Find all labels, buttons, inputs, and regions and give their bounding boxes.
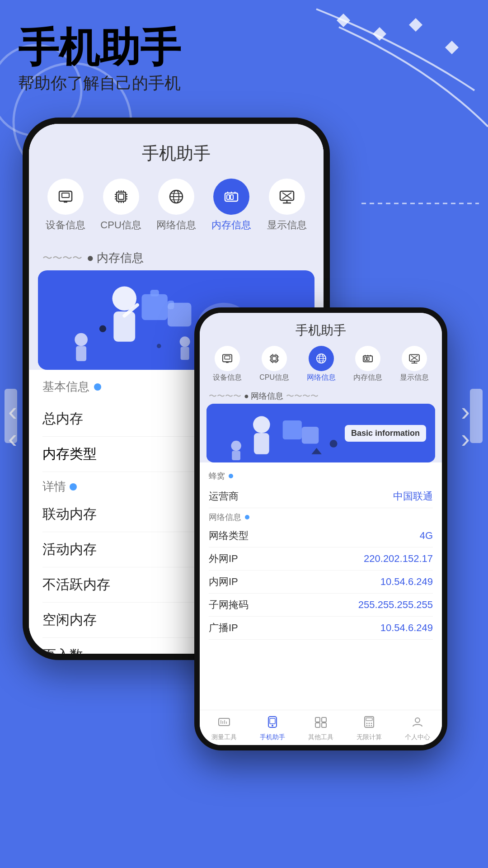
tools-icon [314,716,327,731]
svg-rect-85 [367,357,369,360]
svg-rect-18 [118,194,124,199]
svg-rect-57 [181,347,189,360]
svg-rect-10 [470,389,483,443]
small-nav-network[interactable]: 网络信息 [307,346,336,382]
svg-point-119 [371,723,372,724]
svg-rect-69 [272,357,277,361]
svg-marker-2 [409,18,422,32]
profile-label: 个人中心 [405,733,430,741]
device-label: 设备信息 [46,218,85,232]
subnet-row: 子网掩码 255.255.255.255 [209,594,433,617]
svg-text:›: › [461,396,470,426]
nav-item-display[interactable]: 显示信息 [264,179,310,232]
external-ip-row: 外网IP 220.202.152.17 [209,547,433,571]
svg-rect-50 [142,294,168,320]
small-display-icon [402,346,427,371]
device-icon [47,179,84,215]
small-illustration: Basic information [206,404,435,462]
wave-decoration: 〜〜〜〜 [42,251,82,265]
svg-text:‹: ‹ [8,396,17,426]
calc-icon [363,716,375,731]
network-info-dot [245,515,249,519]
measure-label: 测量工具 [211,733,237,741]
svg-rect-100 [232,451,240,460]
bottom-navigation: 测量工具 手机助手 [200,710,442,745]
memory-icon [213,179,249,215]
display-label: 显示信息 [267,218,307,232]
bottom-nav-profile[interactable]: 个人中心 [405,716,430,741]
cellular-dot [229,474,233,478]
svg-rect-84 [365,357,366,360]
svg-rect-114 [322,723,326,727]
svg-point-54 [75,333,88,346]
svg-point-60 [157,344,161,349]
svg-point-101 [330,440,338,448]
small-nav-display[interactable]: 显示信息 [400,346,429,382]
svg-marker-0 [337,14,350,27]
svg-rect-98 [302,427,319,443]
internal-ip-row: 内网IP 10.54.6.249 [209,571,433,594]
svg-point-122 [371,725,372,726]
bottom-nav-calc[interactable]: 无限计算 [357,716,382,741]
small-nav-device[interactable]: 设备信息 [213,346,242,382]
tools-label: 其他工具 [308,733,333,741]
display-icon [269,179,305,215]
small-content-area: 蜂窝 运营商 中国联通 网络信息 网络类型 4G 外网IP 220.202.15… [200,462,442,710]
basic-info-label: 基本信息 [42,379,89,395]
svg-point-95 [253,416,270,433]
large-phone-app-title: 手机助手 [29,124,324,174]
svg-point-120 [366,725,368,726]
svg-rect-55 [76,346,86,361]
nav-item-network[interactable]: 网络信息 [154,179,199,232]
carrier-row: 运营商 中国联通 [209,485,433,508]
svg-rect-97 [283,420,302,439]
profile-icon [411,716,424,731]
svg-point-117 [366,723,368,724]
small-phone-app-title: 手机助手 [200,313,442,344]
svg-point-121 [369,725,370,726]
svg-rect-103 [219,718,230,726]
svg-rect-65 [225,356,230,359]
nav-item-memory[interactable]: 内存信息 [209,179,254,232]
small-nav-cpu[interactable]: CPU信息 [259,346,289,382]
bottom-nav-measure[interactable]: 测量工具 [211,716,237,741]
header: 手机助手 帮助你了解自己的手机 [18,27,181,94]
phone-icon [266,716,279,731]
svg-rect-116 [366,718,372,721]
cpu-icon [103,179,139,215]
svg-rect-113 [315,723,320,727]
basic-info-badge: Basic information [345,425,426,442]
memory-label: 内存信息 [211,218,251,232]
large-section-header: 〜〜〜〜 ● 内存信息 [29,241,324,270]
small-nav-memory[interactable]: 内存信息 [353,346,382,382]
network-type-row: 网络类型 4G [209,524,433,547]
small-phone-nav: 设备信息 CPU [200,344,442,387]
svg-rect-96 [254,433,269,454]
small-cpu-icon [262,346,287,371]
svg-point-118 [369,723,370,724]
svg-rect-109 [270,718,275,724]
phone-label: 手机助手 [260,733,285,741]
svg-rect-53 [168,303,192,327]
bottom-nav-phone[interactable]: 手机助手 [260,716,285,741]
network-label: 网络信息 [156,218,196,232]
svg-marker-3 [445,41,459,54]
small-section-header: 〜〜〜〜 ● 网络信息 〜〜〜〜 [200,387,442,404]
svg-point-58 [99,325,106,332]
network-icon [158,179,194,215]
cellular-header: 蜂窝 [209,467,433,485]
broadcast-row: 广播IP 10.54.6.249 [209,617,433,640]
svg-rect-9 [5,389,17,443]
calc-label: 无限计算 [357,733,382,741]
nav-item-device[interactable]: 设备信息 [43,179,88,232]
svg-text:›: › [461,423,470,453]
svg-rect-111 [315,717,320,722]
app-title: 手机助手 [18,27,181,68]
measure-icon [218,716,230,731]
svg-point-123 [415,718,420,722]
nav-item-cpu[interactable]: CPU信息 [99,179,144,232]
bottom-nav-tools[interactable]: 其他工具 [308,716,333,741]
basic-info-dot [94,383,101,391]
small-network-icon [309,346,334,371]
small-memory-icon [355,346,380,371]
